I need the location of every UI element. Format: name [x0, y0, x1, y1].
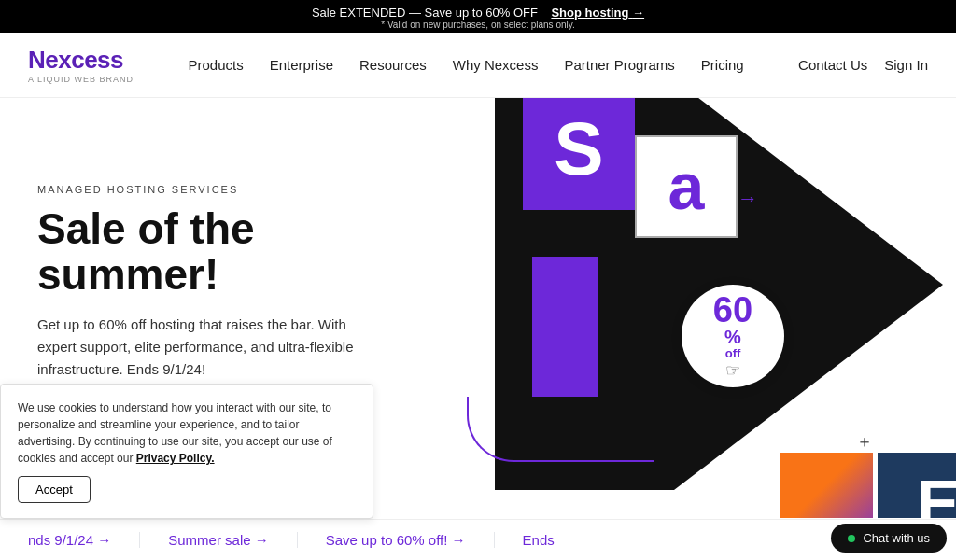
ticker-item-4: Ends	[495, 532, 583, 548]
curve-decoration	[467, 397, 654, 462]
announcement-subtext: * Valid on new purchases, on select plan…	[0, 20, 956, 30]
hero-description: Get up to 60% off hosting that raises th…	[37, 314, 355, 381]
chat-float-dot	[848, 535, 855, 542]
shop-hosting-link[interactable]: Shop hosting →	[551, 6, 644, 20]
cookie-accept-button[interactable]: Accept	[18, 476, 91, 503]
nav-partner-programs[interactable]: Partner Programs	[564, 57, 674, 73]
cookie-banner: We use cookies to understand how you int…	[0, 384, 373, 519]
ticker-bar: nds 9/1/24 → Summer sale → Save up to 60…	[0, 519, 956, 560]
privacy-policy-link[interactable]: Privacy Policy.	[136, 452, 215, 465]
nav-right: Contact Us Sign In	[798, 57, 928, 73]
hero-graphic: S a → 60% off ☞ E ＋	[467, 98, 956, 518]
nav-why-nexcess[interactable]: Why Nexcess	[453, 57, 539, 73]
photo-block	[780, 453, 873, 518]
ticker-item-3: Save up to 60% off! →	[298, 532, 495, 548]
chat-float-button[interactable]: Chat with us	[831, 524, 947, 553]
hand-icon: ☞	[725, 360, 740, 381]
contact-us-link[interactable]: Contact Us	[798, 57, 867, 73]
ticker-item-2: Summer sale →	[140, 532, 298, 548]
nav-enterprise[interactable]: Enterprise	[270, 57, 333, 73]
announcement-bar: Sale EXTENDED — Save up to 60% OFF Shop …	[0, 0, 956, 33]
logo-tagline: A LIQUID WEB BRAND	[28, 75, 134, 84]
arrow-decoration: →	[738, 187, 758, 211]
logo-name: Nexcess	[28, 46, 134, 75]
ticker-inner: nds 9/1/24 → Summer sale → Save up to 60…	[0, 532, 583, 548]
discount-percent: 60	[713, 292, 752, 328]
l-bar	[532, 257, 598, 397]
letter-s-block: S	[523, 98, 635, 210]
nav-pricing[interactable]: Pricing	[701, 57, 744, 73]
letter-e-block: E	[878, 453, 956, 518]
chat-float-label: Chat with us	[863, 531, 930, 545]
nav-links: Products Enterprise Resources Why Nexces…	[188, 57, 743, 73]
main-nav: Nexcess A LIQUID WEB BRAND Products Ente…	[0, 33, 956, 98]
hero-title: Sale of the summer!	[37, 206, 439, 297]
nav-resources[interactable]: Resources	[359, 57, 427, 73]
plus-icon: ＋	[856, 430, 873, 453]
nav-products[interactable]: Products	[188, 57, 243, 73]
logo[interactable]: Nexcess A LIQUID WEB BRAND	[28, 46, 134, 84]
letter-a-block: a	[635, 135, 738, 238]
hero-right: S a → 60% off ☞ E ＋	[467, 98, 956, 518]
sign-in-link[interactable]: Sign In	[884, 57, 928, 73]
hero-eyebrow: MANAGED HOSTING SERVICES	[37, 184, 439, 195]
discount-off: off	[725, 346, 741, 360]
ticker-item-1: nds 9/1/24 →	[0, 532, 140, 548]
announcement-text: Sale EXTENDED — Save up to 60% OFF	[312, 6, 538, 20]
discount-circle: 60% off ☞	[682, 285, 784, 387]
